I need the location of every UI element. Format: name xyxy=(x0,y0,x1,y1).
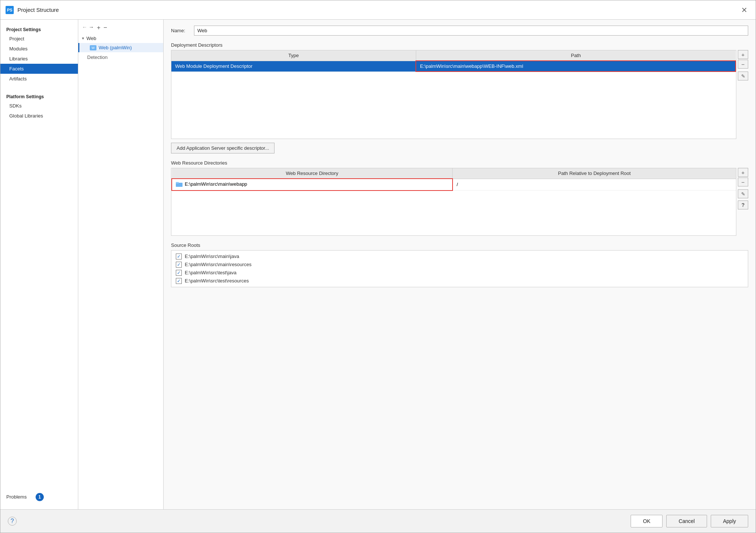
project-structure-window: PS Project Structure ✕ Project Settings … xyxy=(0,0,756,533)
list-item: ✓ E:\palmWin\src\test\resources xyxy=(176,278,743,284)
checkbox-3[interactable]: ✓ xyxy=(176,278,182,284)
nav-arrows: ← → xyxy=(82,24,94,30)
sidebar-item-libraries[interactable]: Libraries xyxy=(0,54,78,64)
wrd-container: Web Resource Directory Path Relative to … xyxy=(171,168,748,236)
dd-col-type: Type xyxy=(171,50,416,61)
sidebar-item-facets[interactable]: Facets xyxy=(0,64,78,74)
dd-row-type: Web Module Deployment Descriptor xyxy=(171,61,416,72)
sidebar-bottom: Problems 1 xyxy=(0,488,78,506)
tree-web-label: Web xyxy=(86,36,96,41)
add-facet-button[interactable]: + xyxy=(97,24,101,31)
help-area: ? xyxy=(8,515,627,527)
add-descriptor-button[interactable]: Add Application Server specific descript… xyxy=(171,143,275,153)
wrd-side-buttons: + − ✎ ? xyxy=(738,168,748,236)
wrd-col-dir: Web Resource Directory xyxy=(172,168,453,179)
center-panel: ← → + − ▾ Web W Web (palmWin) Detection xyxy=(78,20,164,509)
detection-item[interactable]: Detection xyxy=(78,52,163,62)
tree-web-palmwin-item[interactable]: W Web (palmWin) xyxy=(78,43,163,52)
source-root-path-1: E:\palmWin\src\main\resources xyxy=(185,262,252,267)
wrd-title: Web Resource Directories xyxy=(171,160,748,166)
dd-side-buttons: + − ✎ xyxy=(738,50,748,139)
wrd-row-path: / xyxy=(453,179,736,191)
source-root-path-0: E:\palmWin\src\main\java xyxy=(185,254,239,259)
main-body: Project Settings Project Modules Librari… xyxy=(0,20,756,509)
dd-row-path: E:\palmWin\src\main\webapp\WEB-INF\web.x… xyxy=(416,61,736,72)
title-bar: PS Project Structure ✕ xyxy=(0,0,756,20)
deployment-descriptors-title: Deployment Descriptors xyxy=(171,42,748,48)
tree-web-item[interactable]: ▾ Web xyxy=(78,34,163,43)
sidebar-item-project[interactable]: Project xyxy=(0,34,78,44)
add-descriptor-container: Add Application Server specific descript… xyxy=(171,143,748,153)
center-toolbar: ← → + − xyxy=(78,23,163,34)
cancel-button[interactable]: Cancel xyxy=(666,515,707,527)
table-row[interactable]: E:\palmWin\src\main\webapp / xyxy=(172,179,736,191)
remove-facet-button[interactable]: − xyxy=(103,24,107,31)
web-facet-icon: W xyxy=(90,45,96,50)
dd-remove-button[interactable]: − xyxy=(738,60,748,69)
sidebar: Project Settings Project Modules Librari… xyxy=(0,20,78,509)
web-resource-directories-section: Web Resource Directories Web Resource Di… xyxy=(171,160,748,236)
checkbox-0[interactable]: ✓ xyxy=(176,254,182,259)
close-button[interactable]: ✕ xyxy=(738,5,750,15)
list-item: ✓ E:\palmWin\src\main\resources xyxy=(176,262,743,268)
platform-settings-label: Platform Settings xyxy=(0,90,78,101)
name-input[interactable] xyxy=(194,26,748,36)
wrd-empty-area xyxy=(171,191,736,235)
deployment-descriptors-table: Type Path Web Module Deployment Descript… xyxy=(171,50,736,72)
help-button[interactable]: ? xyxy=(8,517,17,526)
ok-button[interactable]: OK xyxy=(631,515,663,527)
dd-empty-area xyxy=(171,72,736,139)
list-item: ✓ E:\palmWin\src\test\java xyxy=(176,270,743,276)
list-item: ✓ E:\palmWin\src\main\java xyxy=(176,254,743,259)
forward-arrow[interactable]: → xyxy=(89,24,94,30)
name-row: Name: xyxy=(171,26,748,36)
name-label: Name: xyxy=(171,28,190,33)
wrd-remove-button[interactable]: − xyxy=(738,178,748,186)
dd-edit-button[interactable]: ✎ xyxy=(738,72,748,80)
title-bar-left: PS Project Structure xyxy=(6,6,59,14)
checkbox-1[interactable]: ✓ xyxy=(176,262,182,268)
tree-web-palmwin-label: Web (palmWin) xyxy=(99,45,132,50)
checkbox-2[interactable]: ✓ xyxy=(176,270,182,276)
apply-button[interactable]: Apply xyxy=(711,515,748,527)
problems-badge: 1 xyxy=(36,493,44,501)
wrd-add-button[interactable]: + xyxy=(738,168,748,177)
deployment-descriptors-table-wrap: Type Path Web Module Deployment Descript… xyxy=(171,50,736,139)
wrd-col-path: Path Relative to Deployment Root xyxy=(453,168,736,179)
sidebar-item-sdks[interactable]: SDKs xyxy=(0,101,78,111)
wrd-table: Web Resource Directory Path Relative to … xyxy=(171,168,736,191)
deployment-descriptors-section: Deployment Descriptors Type Path xyxy=(171,42,748,153)
folder-icon xyxy=(176,182,183,187)
content-panel: Name: Deployment Descriptors Type Path xyxy=(164,20,756,509)
sidebar-spacer xyxy=(0,84,78,90)
bottom-bar: ? OK Cancel Apply xyxy=(0,509,756,533)
window-title: Project Structure xyxy=(17,7,59,13)
wrd-row-dir: E:\palmWin\src\main\webapp xyxy=(172,179,453,191)
wrd-table-wrap: Web Resource Directory Path Relative to … xyxy=(171,168,736,236)
sidebar-item-global-libraries[interactable]: Global Libraries xyxy=(0,111,78,121)
sidebar-problems[interactable]: Problems xyxy=(6,492,33,502)
source-roots-title: Source Roots xyxy=(171,242,748,248)
svg-rect-1 xyxy=(176,182,179,183)
project-settings-label: Project Settings xyxy=(0,23,78,34)
source-root-path-2: E:\palmWin\src\test\java xyxy=(185,270,236,275)
deployment-descriptors-container: Type Path Web Module Deployment Descript… xyxy=(171,50,748,139)
tree-arrow: ▾ xyxy=(82,36,84,41)
wrd-help-button[interactable]: ? xyxy=(738,201,748,209)
source-root-path-3: E:\palmWin\src\test\resources xyxy=(185,278,249,284)
dd-add-button[interactable]: + xyxy=(738,50,748,59)
back-arrow[interactable]: ← xyxy=(82,24,87,30)
wrd-edit-button[interactable]: ✎ xyxy=(738,189,748,198)
source-roots-section: Source Roots ✓ E:\palmWin\src\main\java … xyxy=(171,242,748,287)
table-row[interactable]: Web Module Deployment Descriptor E:\palm… xyxy=(171,61,736,72)
app-icon: PS xyxy=(6,6,14,14)
dd-col-path: Path xyxy=(416,50,736,61)
sidebar-item-modules[interactable]: Modules xyxy=(0,44,78,54)
source-roots-list: ✓ E:\palmWin\src\main\java ✓ E:\palmWin\… xyxy=(171,250,748,287)
sidebar-item-artifacts[interactable]: Artifacts xyxy=(0,74,78,84)
